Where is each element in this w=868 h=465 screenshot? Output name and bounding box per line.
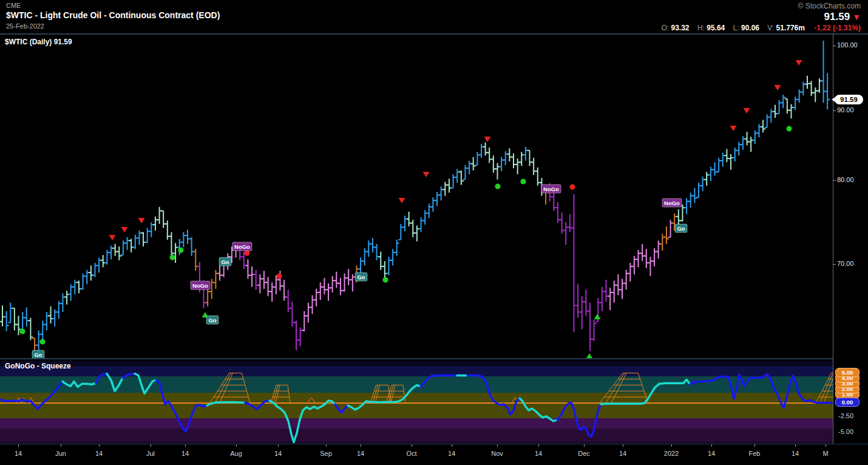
- high-label: H:: [697, 24, 705, 32]
- date-tick: [497, 444, 498, 447]
- date-tick-label: 14: [274, 450, 282, 457]
- date-tick: [795, 444, 796, 447]
- chart-header: CME $WTIC - Light Crude Oil - Continuous…: [0, 0, 868, 35]
- svg-text:Go: Go: [208, 317, 216, 324]
- date-tick: [278, 444, 279, 447]
- date-tick-label: 14: [448, 450, 455, 457]
- date-tick: [151, 444, 151, 447]
- date-tick: [623, 444, 623, 447]
- go-countertrend-icon: [594, 314, 601, 319]
- nogo-countertrend-icon: [399, 198, 405, 203]
- date-tick-label: Nov: [491, 450, 503, 457]
- date-tick-label: Aug: [230, 450, 242, 457]
- green-dot-icon: [495, 184, 501, 189]
- red-dot-icon: [570, 185, 575, 190]
- green-dot-icon: [170, 255, 175, 260]
- squeeze-level-tag: 5.00: [835, 368, 860, 377]
- nogo-countertrend-icon: [138, 218, 145, 223]
- squeeze-band: [0, 366, 833, 376]
- date-tick: [61, 444, 61, 447]
- high-value: 95.64: [707, 24, 725, 32]
- volume-value: 51.776m: [776, 24, 805, 32]
- nogo-countertrend-icon: [423, 172, 430, 177]
- svg-text:Go: Go: [677, 225, 685, 232]
- date-tick-label: Sep: [320, 450, 332, 457]
- date-tick-label: 14: [708, 450, 715, 457]
- date-tick-label: 14: [15, 450, 22, 457]
- date-tick-label: 14: [535, 450, 542, 457]
- date-tick: [538, 444, 539, 447]
- low-value: 90.06: [741, 24, 759, 32]
- symbol-title: $WTIC - Light Crude Oil - Continuous Con…: [6, 10, 220, 20]
- nogo-countertrend-icon: [121, 227, 128, 232]
- svg-text:Go: Go: [221, 259, 229, 265]
- down-arrow-icon: ▼: [852, 12, 861, 22]
- svg-text:NoGo: NoGo: [543, 186, 559, 192]
- date-tick-label: Jul: [146, 450, 155, 457]
- price-tick-label: 100.00: [837, 41, 858, 49]
- green-dot-icon: [40, 339, 46, 345]
- nogo-trend-label: NoGo: [232, 242, 252, 251]
- nogo-countertrend-icon: [744, 108, 750, 114]
- date-tick: [326, 444, 327, 447]
- nogo-countertrend-icon: [730, 126, 737, 131]
- green-dot-icon: [787, 126, 792, 132]
- svg-text:Go: Go: [357, 274, 365, 280]
- exchange-name: CME: [6, 2, 21, 9]
- date-tick: [18, 444, 19, 447]
- red-dot-icon: [277, 274, 282, 279]
- go-trend-label: Go: [219, 257, 231, 266]
- nogo-trend-label: NoGo: [662, 199, 682, 207]
- date-tick: [826, 444, 826, 447]
- date-tick-label: 14: [619, 450, 626, 457]
- date-tick-label: 14: [357, 450, 364, 457]
- date-axis[interactable]: 14Jun14Jul14Aug14Sep14Oct14Nov14Dec14202…: [0, 444, 868, 465]
- date-tick-label: Feb: [749, 450, 761, 457]
- date-tick-label: 2022: [664, 450, 679, 457]
- ohlcv-readout: O: 93.32 H: 95.64 L: 90.06 V: 51.776m -1…: [661, 24, 861, 32]
- go-trend-label: Go: [675, 224, 687, 232]
- volume-label: V:: [767, 24, 774, 32]
- green-dot-icon: [383, 277, 388, 283]
- last-price-tag: 91.59: [835, 95, 863, 104]
- nogo-countertrend-icon: [109, 235, 116, 240]
- nogo-countertrend-icon: [484, 137, 491, 142]
- go-trend-label: Go: [206, 316, 219, 324]
- squeeze-band: [0, 429, 833, 443]
- go-countertrend-icon: [586, 353, 593, 358]
- go-trend-label: Go: [32, 350, 44, 358]
- squeeze-tick-label: -5.00: [838, 428, 853, 435]
- price-chart-canvas[interactable]: GoGoGoNoGoNoGoGoNoGoNoGoGo: [0, 33, 833, 358]
- date-tick-label: M: [822, 450, 828, 457]
- price-tick-dash: [833, 180, 836, 181]
- svg-text:NoGo: NoGo: [234, 243, 250, 250]
- open-label: O:: [661, 24, 669, 32]
- squeeze-band: [0, 361, 833, 366]
- green-dot-icon: [178, 248, 184, 253]
- date-tick: [99, 444, 100, 447]
- date-tick: [584, 444, 585, 447]
- date-tick: [412, 444, 412, 447]
- nogo-trend-label: NoGo: [541, 185, 561, 193]
- squeeze-indicator-canvas[interactable]: [0, 358, 833, 445]
- date-tick-label: Jun: [55, 450, 66, 457]
- date-tick-label: 14: [181, 450, 189, 457]
- squeeze-value-tag: 0.00: [835, 398, 860, 407]
- green-dot-icon: [521, 179, 526, 185]
- price-panel-title: $WTIC (Daily) 91.59: [5, 38, 72, 46]
- date-tick: [671, 444, 672, 447]
- date-tick: [754, 444, 755, 447]
- copyright-watermark: © StockCharts.com: [798, 2, 861, 10]
- squeeze-band: [0, 418, 833, 429]
- date-tick: [185, 444, 186, 447]
- price-tick-label: 90.00: [837, 106, 854, 114]
- nogo-trend-label: NoGo: [191, 281, 210, 290]
- svg-text:NoGo: NoGo: [664, 200, 680, 206]
- squeeze-band: [0, 393, 833, 418]
- axis-separator: [833, 33, 833, 444]
- svg-text:Go: Go: [34, 351, 42, 358]
- price-tick-label: 70.00: [837, 260, 854, 267]
- svg-text:NoGo: NoGo: [192, 282, 208, 289]
- price-tick-dash: [833, 46, 836, 46]
- go-trend-label: Go: [355, 273, 367, 281]
